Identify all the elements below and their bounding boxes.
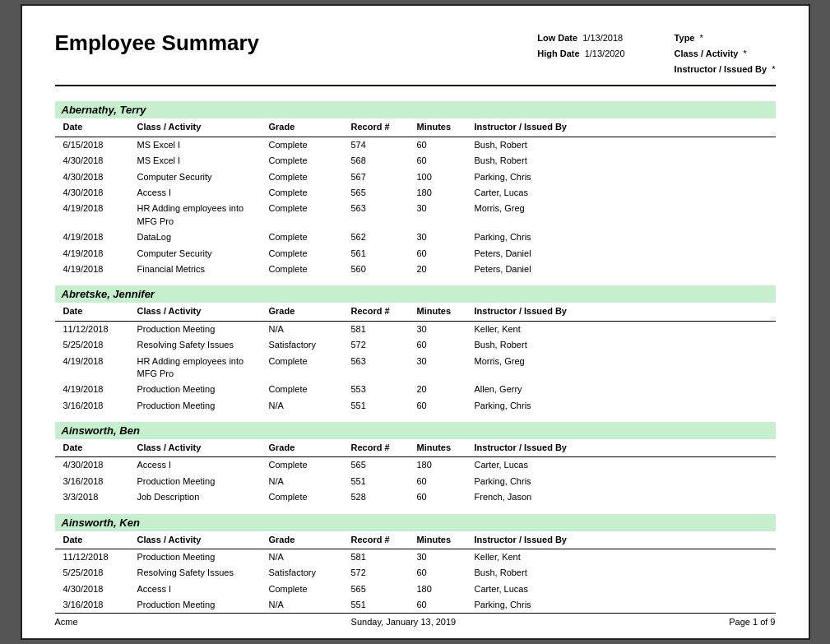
column-headers: DateClass / ActivityGradeRecord #Minutes… xyxy=(55,118,776,137)
table-cell: N/A xyxy=(267,475,350,489)
table-cell: Carter, Lucas xyxy=(473,582,621,596)
filter-dates: Low Date 1/13/2018 High Date 1/13/2020 xyxy=(537,30,624,76)
col-header-grade: Grade xyxy=(267,441,350,455)
table-cell: 572 xyxy=(350,566,415,580)
col-header-minutes: Minutes xyxy=(415,304,473,318)
table-cell: MS Excel I xyxy=(136,138,267,152)
table-row: 4/19/2018HR Adding employees into MFG Pr… xyxy=(55,201,776,229)
table-cell: Complete xyxy=(267,458,350,472)
table-cell: 553 xyxy=(350,382,415,396)
table-cell: 180 xyxy=(415,186,473,200)
col-header-record_num: Record # xyxy=(350,304,415,318)
table-cell: 20 xyxy=(415,382,473,396)
table-cell: Complete xyxy=(267,247,350,261)
table-cell: 528 xyxy=(350,490,415,504)
table-row: 5/25/2018Resolving Safety IssuesSatisfac… xyxy=(55,337,776,353)
table-cell: 4/30/2018 xyxy=(62,154,136,168)
class-value: * xyxy=(744,49,747,58)
table-cell: 3/16/2018 xyxy=(62,399,136,413)
table-row: 3/3/2018Job DescriptionComplete52860Fren… xyxy=(55,489,776,505)
table-cell: Production Meeting xyxy=(136,399,267,413)
employee-section: Abernathy, TerryDateClass / ActivityGrad… xyxy=(55,101,776,277)
col-header-class_activity: Class / Activity xyxy=(136,441,267,455)
col-header-instructor: Instructor / Issued By xyxy=(473,120,621,134)
table-cell: Production Meeting xyxy=(136,322,267,336)
table-cell: 30 xyxy=(415,354,473,368)
report-footer: Acme Sunday, January 13, 2019 Page 1 of … xyxy=(55,613,776,627)
table-cell: 572 xyxy=(350,338,415,352)
table-cell: 4/19/2018 xyxy=(62,230,136,244)
table-cell: Resolving Safety Issues xyxy=(136,566,267,580)
table-cell: Carter, Lucas xyxy=(473,186,621,200)
table-cell: 560 xyxy=(350,262,415,276)
table-cell: Parking, Chris xyxy=(473,598,621,612)
table-cell: N/A xyxy=(267,598,350,612)
table-cell: Parking, Chris xyxy=(473,399,621,413)
table-cell: 4/19/2018 xyxy=(62,202,136,215)
table-cell: Keller, Kent xyxy=(473,322,621,336)
col-header-grade: Grade xyxy=(267,120,350,134)
table-cell: 60 xyxy=(415,566,473,580)
class-label: Class / Activity xyxy=(675,49,739,58)
table-cell: 4/19/2018 xyxy=(62,262,136,276)
table-cell: 30 xyxy=(415,322,473,336)
table-row: 4/19/2018Financial MetricsComplete56020P… xyxy=(55,262,776,277)
table-cell: Production Meeting xyxy=(136,382,267,396)
table-cell: Complete xyxy=(267,170,350,184)
table-cell: 4/30/2018 xyxy=(62,458,136,472)
table-cell: 100 xyxy=(415,170,473,184)
type-label: Type xyxy=(675,33,695,43)
table-cell: Complete xyxy=(267,230,350,244)
table-cell: Satisfactory xyxy=(267,566,350,580)
employee-section: Ainsworth, KenDateClass / ActivityGradeR… xyxy=(55,514,776,614)
table-row: 4/19/2018Production MeetingComplete55320… xyxy=(55,382,776,397)
table-cell: 563 xyxy=(350,354,415,368)
table-cell: 581 xyxy=(350,322,415,336)
table-cell: 551 xyxy=(350,399,415,413)
table-cell: French, Jason xyxy=(473,490,621,504)
table-row: 11/12/2018Production MeetingN/A58130Kell… xyxy=(55,549,776,565)
table-cell: Production Meeting xyxy=(136,598,267,612)
table-cell: 4/19/2018 xyxy=(62,354,136,368)
table-cell: 30 xyxy=(415,550,473,564)
table-cell: Job Description xyxy=(136,490,267,504)
table-cell: 180 xyxy=(415,458,473,472)
filter-right: Type * Class / Activity * Instructor / I… xyxy=(675,30,776,76)
table-cell: 565 xyxy=(350,582,415,596)
table-cell: Peters, Daniel xyxy=(473,262,621,276)
table-cell: Parking, Chris xyxy=(473,230,621,244)
col-header-class_activity: Class / Activity xyxy=(136,304,267,318)
table-cell: Complete xyxy=(267,382,350,396)
table-cell: N/A xyxy=(267,399,350,413)
table-cell: HR Adding employees into MFG Pro xyxy=(136,202,267,229)
table-row: 4/30/2018Access IComplete565180Carter, L… xyxy=(55,457,776,473)
column-headers: DateClass / ActivityGradeRecord #Minutes… xyxy=(55,303,776,321)
table-cell: Financial Metrics xyxy=(136,262,267,276)
col-header-minutes: Minutes xyxy=(415,120,473,134)
table-cell: 60 xyxy=(415,598,473,612)
instructor-value: * xyxy=(772,64,775,74)
table-cell: 4/30/2018 xyxy=(62,170,136,184)
table-cell: 3/16/2018 xyxy=(62,598,136,612)
type-value: * xyxy=(700,33,703,43)
col-header-date: Date xyxy=(62,120,136,134)
employee-name: Abretske, Jennifer xyxy=(55,285,776,303)
table-cell: 180 xyxy=(415,582,473,596)
footer-date: Sunday, January 13, 2019 xyxy=(351,617,457,627)
table-cell: 20 xyxy=(415,262,473,276)
table-row: 4/30/2018MS Excel IComplete56860Bush, Ro… xyxy=(55,153,776,169)
col-header-instructor: Instructor / Issued By xyxy=(473,533,621,547)
table-cell: Bush, Robert xyxy=(473,154,621,168)
table-cell: 5/25/2018 xyxy=(62,338,136,352)
table-cell: Parking, Chris xyxy=(473,475,621,489)
table-cell: 60 xyxy=(415,138,473,152)
table-cell: Bush, Robert xyxy=(473,338,621,352)
table-cell: Resolving Safety Issues xyxy=(136,338,267,352)
employee-name: Ainsworth, Ben xyxy=(55,422,776,439)
table-row: 3/16/2018Production MeetingN/A55160Parki… xyxy=(55,398,776,414)
table-cell: 11/12/2018 xyxy=(62,550,136,564)
table-row: 11/12/2018Production MeetingN/A58130Kell… xyxy=(55,322,776,337)
table-cell: 11/12/2018 xyxy=(62,322,136,336)
table-cell: Morris, Greg xyxy=(473,202,621,215)
table-cell: 30 xyxy=(415,230,473,244)
